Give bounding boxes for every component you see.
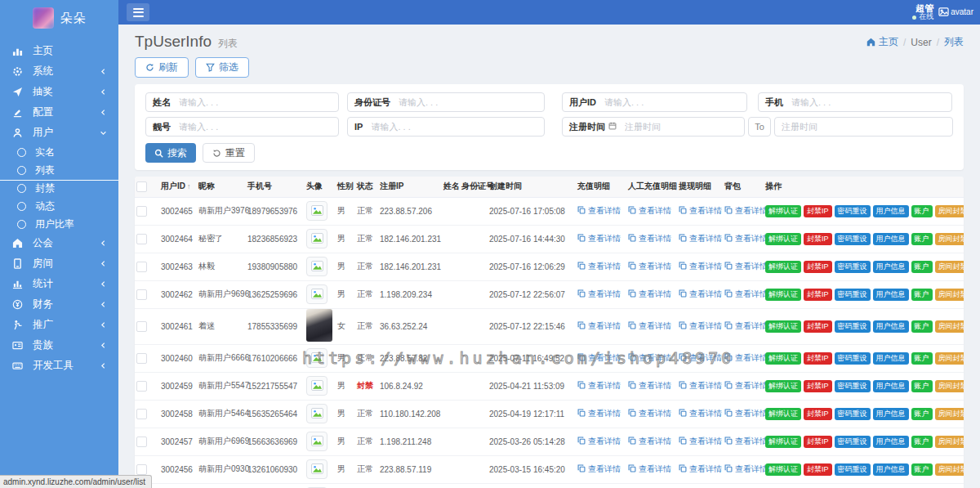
ban-ip-button[interactable]: 封禁IP <box>804 436 832 448</box>
recharge-detail-view-link[interactable]: 查看详情 <box>577 320 621 332</box>
reset-password-button[interactable]: 密码重设 <box>835 352 871 365</box>
brand[interactable]: 朵朵 <box>0 0 118 36</box>
manual-recharge-detail-view-link[interactable]: 查看详情 <box>628 436 671 447</box>
user-info-button[interactable]: 用户信息 <box>873 261 909 273</box>
backpack-view-link[interactable]: 查看详情 <box>724 320 768 332</box>
filter-button[interactable]: 筛选 <box>195 57 249 78</box>
avatar[interactable]: avatar <box>938 7 973 17</box>
sidebar-item-promotion[interactable]: 推广 <box>0 315 118 335</box>
filter-input-id-card[interactable] <box>397 97 544 107</box>
backpack-view-link[interactable]: 查看详情 <box>724 289 768 300</box>
unbind-auth-button[interactable]: 解绑认证 <box>765 205 801 217</box>
manual-recharge-detail-view-link[interactable]: 查看详情 <box>628 205 671 217</box>
room-ban-button[interactable]: 房间封禁 <box>935 380 964 392</box>
sidebar-item-devtools[interactable]: 开发工具 <box>0 356 118 376</box>
filter-input-phone[interactable] <box>790 97 951 107</box>
row-checkbox[interactable] <box>136 262 147 272</box>
manual-recharge-detail-view-link[interactable]: 查看详情 <box>628 233 671 244</box>
reset-password-button[interactable]: 密码重设 <box>835 408 871 420</box>
refresh-button[interactable]: 刷新 <box>135 57 189 78</box>
user-avatar[interactable] <box>306 459 327 479</box>
reset-button[interactable]: 重置 <box>203 143 255 163</box>
backpack-view-link[interactable]: 查看详情 <box>724 261 768 272</box>
row-checkbox[interactable] <box>136 234 147 244</box>
account-button[interactable]: 账户 <box>911 233 933 245</box>
user-avatar[interactable] <box>306 404 327 423</box>
sidebar-item-noble[interactable]: 贵族 <box>0 335 118 356</box>
reset-password-button[interactable]: 密码重设 <box>835 205 871 217</box>
ban-ip-button[interactable]: 封禁IP <box>804 380 832 392</box>
user-avatar[interactable] <box>306 229 327 248</box>
sidebar-item-user-ratio[interactable]: 用户比率 <box>0 215 118 233</box>
withdraw-detail-view-link[interactable]: 查看详情 <box>679 352 722 364</box>
recharge-detail-view-link[interactable]: 查看详情 <box>577 380 621 392</box>
withdraw-detail-view-link[interactable]: 查看详情 <box>679 380 722 392</box>
ban-ip-button[interactable]: 封禁IP <box>804 233 832 245</box>
recharge-detail-view-link[interactable]: 查看详情 <box>577 205 621 217</box>
user-info-button[interactable]: 用户信息 <box>873 463 909 476</box>
unbind-auth-button[interactable]: 解绑认证 <box>765 289 801 301</box>
user-info-button[interactable]: 用户信息 <box>873 352 909 365</box>
reset-password-button[interactable]: 密码重设 <box>835 436 871 448</box>
recharge-detail-view-link[interactable]: 查看详情 <box>577 436 621 447</box>
withdraw-detail-view-link[interactable]: 查看详情 <box>679 261 722 272</box>
manual-recharge-detail-view-link[interactable]: 查看详情 <box>628 408 671 419</box>
sidebar-item-finance[interactable]: 财务 <box>0 294 118 315</box>
ban-ip-button[interactable]: 封禁IP <box>804 463 832 476</box>
row-checkbox[interactable] <box>136 437 147 447</box>
account-button[interactable]: 账户 <box>911 320 933 333</box>
sidebar-item-realname[interactable]: 实名 <box>0 143 118 161</box>
room-ban-button[interactable]: 房间封禁 <box>935 352 964 365</box>
user-avatar[interactable] <box>306 432 327 451</box>
ban-ip-button[interactable]: 封禁IP <box>804 261 832 273</box>
sidebar-item-list[interactable]: 列表 <box>0 161 118 179</box>
manual-recharge-detail-view-link[interactable]: 查看详情 <box>628 380 671 392</box>
row-checkbox[interactable] <box>136 381 147 392</box>
manual-recharge-detail-view-link[interactable]: 查看详情 <box>628 463 671 475</box>
withdraw-detail-view-link[interactable]: 查看详情 <box>679 233 722 244</box>
user-info-button[interactable]: 用户信息 <box>873 205 909 217</box>
room-ban-button[interactable]: 房间封禁 <box>935 320 964 333</box>
unbind-auth-button[interactable]: 解绑认证 <box>765 233 801 245</box>
filter-input-name[interactable] <box>177 97 338 107</box>
backpack-view-link[interactable]: 查看详情 <box>724 380 768 392</box>
sidebar-item-lottery[interactable]: 抽奖 <box>0 82 118 102</box>
account-button[interactable]: 账户 <box>911 205 933 217</box>
recharge-detail-view-link[interactable]: 查看详情 <box>577 233 621 244</box>
unbind-auth-button[interactable]: 解绑认证 <box>765 463 801 476</box>
room-ban-button[interactable]: 房间封禁 <box>935 436 964 448</box>
withdraw-detail-view-link[interactable]: 查看详情 <box>679 289 722 300</box>
manual-recharge-detail-view-link[interactable]: 查看详情 <box>628 320 671 332</box>
select-all-checkbox[interactable] <box>136 181 147 192</box>
user-info-button[interactable]: 用户信息 <box>873 233 909 245</box>
filter-input-user-id[interactable] <box>603 97 746 107</box>
breadcrumb-current-link[interactable]: 列表 <box>944 35 964 49</box>
user-avatar[interactable] <box>306 201 327 221</box>
ban-ip-button[interactable]: 封禁IP <box>804 320 832 333</box>
col-user_id[interactable]: 用户ID↑ <box>159 177 197 197</box>
filter-input-register-time-start[interactable] <box>623 122 744 132</box>
withdraw-detail-view-link[interactable]: 查看详情 <box>679 436 722 447</box>
sidebar-item-config[interactable]: 配置 <box>0 102 118 123</box>
backpack-view-link[interactable]: 查看详情 <box>724 233 768 244</box>
ban-ip-button[interactable]: 封禁IP <box>804 289 832 301</box>
user-avatar-photo[interactable] <box>306 309 332 342</box>
sidebar-toggle-button[interactable] <box>127 3 149 21</box>
manual-recharge-detail-view-link[interactable]: 查看详情 <box>628 261 671 272</box>
user-info-button[interactable]: 用户信息 <box>873 380 909 392</box>
user-info-button[interactable]: 用户信息 <box>873 408 909 420</box>
row-checkbox[interactable] <box>136 353 147 364</box>
unbind-auth-button[interactable]: 解绑认证 <box>765 320 801 333</box>
reset-password-button[interactable]: 密码重设 <box>835 261 871 273</box>
row-checkbox[interactable] <box>136 289 147 300</box>
row-checkbox[interactable] <box>136 206 147 217</box>
room-ban-button[interactable]: 房间封禁 <box>935 233 964 245</box>
backpack-view-link[interactable]: 查看详情 <box>724 408 768 419</box>
withdraw-detail-view-link[interactable]: 查看详情 <box>679 205 722 217</box>
withdraw-detail-view-link[interactable]: 查看详情 <box>679 320 722 332</box>
reset-password-button[interactable]: 密码重设 <box>835 289 871 301</box>
reset-password-button[interactable]: 密码重设 <box>835 380 871 392</box>
ban-ip-button[interactable]: 封禁IP <box>804 352 832 365</box>
backpack-view-link[interactable]: 查看详情 <box>724 352 768 364</box>
row-checkbox[interactable] <box>136 321 147 332</box>
